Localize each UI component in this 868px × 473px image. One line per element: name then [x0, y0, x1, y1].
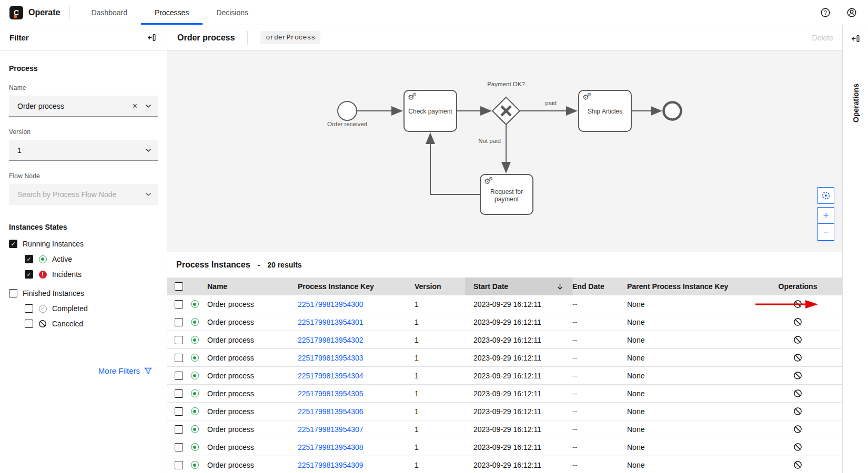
zoom-in-button[interactable]: +: [818, 208, 834, 224]
start-date-label: Start Date: [473, 282, 508, 291]
row-checkbox[interactable]: ✓: [175, 461, 183, 469]
checkbox-finished-instances[interactable]: ✓ Finished Instances: [9, 289, 158, 297]
cancel-operation-icon[interactable]: [793, 353, 802, 362]
instance-parent-key: None: [627, 372, 769, 380]
table-row[interactable]: ✓ Order process 2251799813954302 1 2023-…: [167, 331, 842, 349]
process-instance-key-link[interactable]: 2251799813954303: [298, 354, 364, 362]
main-nav-tabs: Dashboard Processes Decisions: [77, 0, 262, 25]
column-header-parent-key[interactable]: Parent Process Instance Key: [627, 277, 769, 295]
checkbox-running-instances[interactable]: ✓ Running Instances: [9, 240, 158, 248]
cancel-operation-icon[interactable]: [793, 371, 802, 380]
checkbox[interactable]: ✓: [25, 304, 33, 313]
process-id-badge: orderProcess: [260, 31, 320, 44]
process-instance-key-link[interactable]: 2251799813954306: [298, 407, 364, 416]
cancel-operation-icon[interactable]: [793, 407, 802, 416]
process-instance-key-link[interactable]: 2251799813954302: [298, 336, 364, 344]
camunda-logo-icon: C: [9, 6, 23, 19]
zoom-out-button[interactable]: −: [818, 224, 834, 240]
service-task-gear-icon: ⚙: [587, 92, 591, 97]
process-instance-key-link[interactable]: 2251799813954308: [298, 443, 364, 451]
task-request-payment-label-1: Request for: [490, 188, 523, 196]
table-row[interactable]: ✓ Order process 2251799813954307 1 2023-…: [167, 420, 842, 438]
checkbox-completed[interactable]: ✓ ✓ Completed: [25, 304, 158, 313]
process-instance-key-link[interactable]: 2251799813954304: [298, 372, 364, 380]
instance-start-date: 2023-09-29 16:12:11: [465, 318, 572, 326]
row-checkbox[interactable]: ✓: [175, 372, 183, 380]
clear-selection-icon[interactable]: ✕: [132, 102, 138, 110]
cancel-operation-icon[interactable]: [793, 460, 802, 469]
table-row[interactable]: ✓ Order process 2251799813954308 1 2023-…: [167, 438, 842, 456]
cancel-operation-icon[interactable]: [793, 425, 802, 434]
more-filters-label: More Filters: [98, 366, 140, 375]
name-field-label: Name: [9, 84, 158, 91]
row-checkbox[interactable]: ✓: [175, 407, 183, 416]
table-row[interactable]: ✓ Order process 2251799813954305 1 2023-…: [167, 385, 842, 403]
flow-node-select[interactable]: Search by Process Flow Node: [9, 184, 158, 205]
select-all-checkbox[interactable]: ✓: [175, 282, 183, 291]
app-brand[interactable]: C Operate: [0, 0, 69, 25]
service-task-gear-icon: ⚙: [412, 92, 417, 97]
active-state-icon: [190, 443, 199, 451]
checkbox[interactable]: ✓: [9, 289, 17, 297]
more-filters-button[interactable]: More Filters: [98, 366, 152, 375]
cancel-operation-icon[interactable]: [793, 443, 802, 451]
column-header-name[interactable]: Name: [207, 277, 298, 295]
delete-button[interactable]: Delete: [812, 34, 833, 42]
tab-dashboard[interactable]: Dashboard: [77, 0, 141, 25]
row-checkbox[interactable]: ✓: [175, 300, 183, 309]
column-header-key[interactable]: Process Instance Key: [298, 277, 415, 295]
table-row[interactable]: ✓ Order process 2251799813954306 1 2023-…: [167, 403, 842, 420]
cancel-operation-icon[interactable]: [793, 317, 802, 326]
process-instance-key-link[interactable]: 2251799813954307: [298, 425, 364, 434]
checkbox[interactable]: ✓: [25, 270, 33, 279]
row-checkbox[interactable]: ✓: [175, 425, 183, 434]
table-row[interactable]: ✓ Order process 2251799813954303 1 2023-…: [167, 349, 842, 367]
tab-processes[interactable]: Processes: [141, 0, 203, 25]
process-instance-key-link[interactable]: 2251799813954301: [298, 318, 364, 326]
table-row[interactable]: ✓ Order process 2251799813954309 1 2023-…: [167, 456, 842, 473]
row-checkbox[interactable]: ✓: [175, 389, 183, 398]
start-event[interactable]: [338, 101, 357, 120]
version-select[interactable]: 1: [9, 140, 158, 161]
column-header-start-date[interactable]: Start Date: [465, 277, 572, 295]
active-state-icon: [190, 407, 199, 416]
checkbox[interactable]: ✓: [25, 320, 33, 328]
table-row[interactable]: ✓ Order process 2251799813954304 1 2023-…: [167, 367, 842, 385]
checkbox[interactable]: ✓: [25, 255, 33, 263]
checkbox-active[interactable]: ✓ Active: [25, 255, 158, 263]
row-checkbox[interactable]: ✓: [175, 354, 183, 362]
row-checkbox[interactable]: ✓: [175, 443, 183, 451]
checkbox-canceled[interactable]: ✓ Canceled: [25, 320, 158, 328]
instance-version: 1: [415, 389, 465, 398]
expand-operations-panel-icon[interactable]: [849, 32, 862, 45]
active-state-icon: [190, 372, 199, 380]
main-content: Order process orderProcess Delete Order …: [167, 25, 842, 473]
process-instance-key-link[interactable]: 2251799813954309: [298, 461, 364, 469]
tab-decisions[interactable]: Decisions: [203, 0, 262, 25]
instance-name: Order process: [207, 300, 254, 309]
checkbox[interactable]: ✓: [9, 240, 17, 248]
column-header-end-date[interactable]: End Date: [572, 277, 627, 295]
checkbox-incidents[interactable]: ✓ ! Incidents: [25, 270, 158, 279]
help-icon[interactable]: ?: [816, 4, 834, 22]
end-event[interactable]: [664, 102, 681, 120]
diagram-reset-view-button[interactable]: [817, 187, 834, 204]
cancel-operation-icon[interactable]: [793, 335, 802, 344]
process-name-combobox[interactable]: Order process ✕: [9, 96, 158, 117]
row-checkbox[interactable]: ✓: [175, 336, 183, 344]
row-checkbox[interactable]: ✓: [175, 318, 183, 326]
cancel-operation-icon[interactable]: [793, 389, 802, 398]
column-header-version[interactable]: Version: [415, 277, 465, 295]
task-ship-articles-label: Ship Articles: [588, 108, 622, 115]
process-instance-key-link[interactable]: 2251799813954305: [298, 389, 364, 398]
user-profile-icon[interactable]: [843, 4, 861, 22]
process-instance-key-link[interactable]: 2251799813954300: [298, 300, 364, 309]
annotation-red-arrow: [755, 299, 819, 310]
collapse-panel-icon[interactable]: [145, 31, 158, 45]
table-row[interactable]: ✓ Order process 2251799813954300 1 2023-…: [167, 295, 842, 313]
service-task-gear-icon: ⚙: [489, 176, 493, 181]
table-row[interactable]: ✓ Order process 2251799813954301 1 2023-…: [167, 313, 842, 331]
operations-panel-title[interactable]: Operations: [843, 78, 868, 128]
bpmn-diagram-canvas[interactable]: Order received ⚙ ⚙ Check payment Payment…: [167, 50, 842, 252]
instance-version: 1: [415, 336, 465, 344]
